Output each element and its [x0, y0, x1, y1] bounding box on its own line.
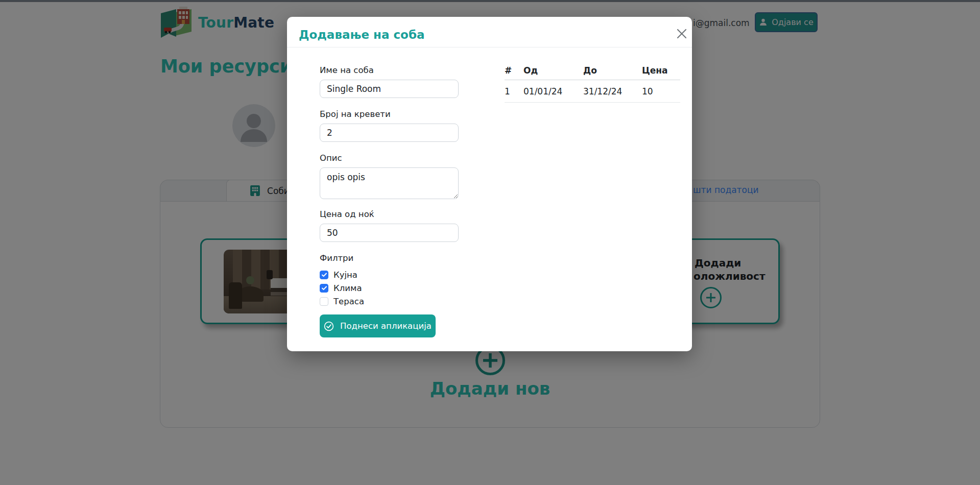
table-row: 1 01/01/24 31/12/24 10 — [505, 80, 680, 103]
modal-divider — [287, 47, 692, 47]
table-header-row: # Од До Цена — [505, 65, 680, 80]
checkbox-icon[interactable] — [320, 284, 328, 293]
beds-input[interactable] — [320, 124, 459, 142]
price-periods-table: # Од До Цена 1 01/01/24 31/12/24 10 — [505, 65, 680, 103]
filter-checkbox-klima[interactable]: Клима — [320, 283, 362, 293]
room-name-input[interactable] — [320, 80, 459, 98]
beds-label: Број на кревети — [320, 109, 473, 119]
checkbox-icon[interactable] — [320, 297, 328, 306]
price-input[interactable] — [320, 224, 459, 242]
room-name-label: Име на соба — [320, 65, 473, 75]
filter-checkbox-terasa[interactable]: Тераса — [320, 296, 364, 306]
col-to: До — [583, 65, 642, 80]
circle-check-icon — [324, 321, 334, 331]
top-strip — [0, 0, 980, 2]
checkbox-icon[interactable] — [320, 271, 328, 279]
add-room-modal: Додавање на соба Име на соба Број на кре… — [287, 17, 692, 351]
col-number: # — [505, 65, 523, 80]
col-price: Цена — [642, 65, 680, 80]
cell-price: 10 — [642, 80, 680, 103]
cell-to: 31/12/24 — [583, 80, 642, 103]
filter-label: Кујна — [333, 270, 357, 280]
price-label: Цена од ноќ — [320, 209, 473, 219]
col-from: Од — [523, 65, 583, 80]
close-icon[interactable] — [673, 25, 690, 42]
description-textarea[interactable]: opis opis — [320, 167, 459, 199]
description-label: Опис — [320, 153, 473, 163]
filter-label: Клима — [333, 283, 362, 293]
cell-number: 1 — [505, 80, 523, 103]
submit-application-button[interactable]: Поднеси апликација — [320, 314, 436, 337]
filters-label: Филтри — [320, 253, 473, 263]
modal-title: Додавање на соба — [299, 28, 425, 41]
submit-label: Поднеси апликација — [340, 321, 432, 331]
filter-checkbox-kujna[interactable]: Кујна — [320, 270, 357, 280]
filter-label: Тераса — [333, 297, 364, 306]
cell-from: 01/01/24 — [523, 80, 583, 103]
